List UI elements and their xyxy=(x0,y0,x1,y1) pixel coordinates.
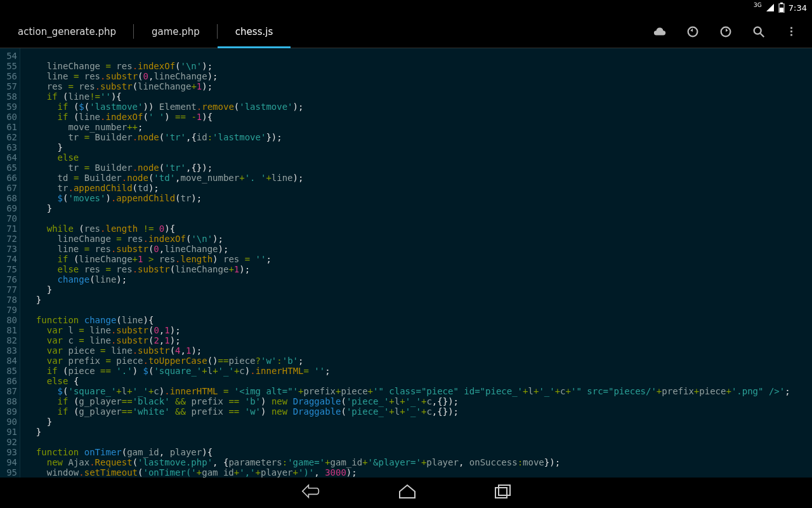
network-label: 3G xyxy=(754,2,762,8)
signal-icon xyxy=(766,3,775,12)
tab-label: action_generate.php xyxy=(18,26,116,37)
overflow-menu-icon[interactable] xyxy=(784,24,799,39)
tab-label: chess.js xyxy=(235,26,273,37)
home-button[interactable] xyxy=(397,483,417,503)
redo-icon[interactable] xyxy=(718,24,733,39)
tab-action-generate[interactable]: action_generate.php xyxy=(0,15,134,48)
svg-rect-7 xyxy=(790,27,792,29)
status-bar: 3G 7:34 xyxy=(0,0,812,15)
tab-game[interactable]: game.php xyxy=(134,15,218,48)
code-area[interactable]: lineChange = res.indexOf('\n'); line = r… xyxy=(20,48,812,478)
tab-label: game.php xyxy=(152,26,200,37)
line-number-gutter: 5455565758596061626364656667686970717273… xyxy=(0,48,20,478)
tab-chess[interactable]: chess.js xyxy=(218,15,291,48)
tabs: action_generate.php game.php chess.js xyxy=(0,15,291,48)
recent-apps-button[interactable] xyxy=(494,483,513,502)
save-icon[interactable] xyxy=(652,24,667,39)
svg-rect-2 xyxy=(780,8,783,12)
system-nav-bar xyxy=(0,478,812,508)
battery-icon xyxy=(778,3,785,13)
search-icon[interactable] xyxy=(751,24,766,39)
clock: 7:34 xyxy=(789,3,807,13)
svg-rect-10 xyxy=(495,488,507,498)
undo-icon[interactable] xyxy=(685,24,700,39)
toolbar-actions xyxy=(639,15,812,48)
svg-point-5 xyxy=(754,27,761,34)
code-editor[interactable]: 5455565758596061626364656667686970717273… xyxy=(0,48,812,478)
svg-rect-8 xyxy=(790,30,792,32)
svg-rect-9 xyxy=(790,34,792,36)
back-button[interactable] xyxy=(299,483,321,503)
tab-bar: action_generate.php game.php chess.js xyxy=(0,15,812,48)
svg-rect-11 xyxy=(499,485,510,495)
svg-line-6 xyxy=(761,33,764,37)
